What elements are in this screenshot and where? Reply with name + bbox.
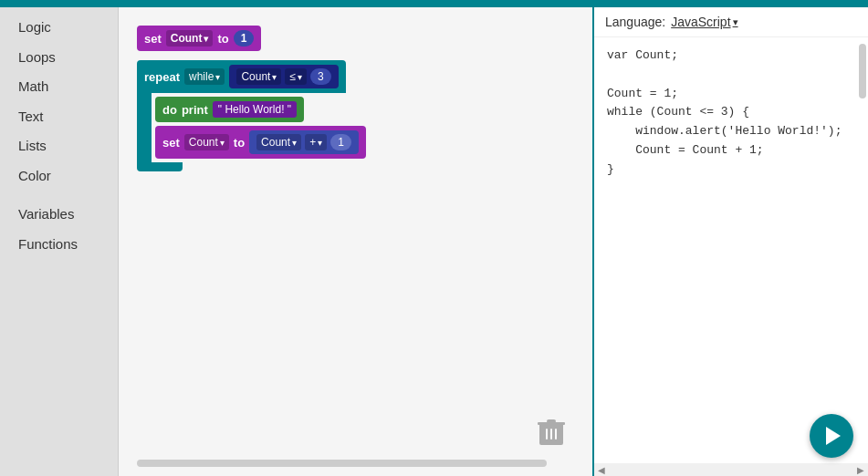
condition-block: Count ≤ 3	[229, 65, 338, 88]
sidebar: Logic Loops Math Text Lists Color Variab…	[0, 7, 119, 476]
sidebar-item-math[interactable]: Math	[0, 72, 118, 102]
scroll-left-arrow[interactable]: ◀	[598, 465, 605, 475]
canvas-scrollbar[interactable]	[137, 460, 547, 467]
to-label: to	[217, 32, 228, 46]
count-dropdown[interactable]: Count	[166, 30, 214, 47]
code-line-1: var Count;	[607, 47, 855, 66]
code-body: var Count; Count = 1; while (Count <= 3)…	[594, 37, 868, 463]
plus-dropdown[interactable]: +	[305, 134, 327, 150]
language-label: Language:	[605, 15, 665, 29]
code-line-6: Count = Count + 1;	[607, 141, 855, 160]
blocks-container: set Count to 1 repeat while Count ≤ 3	[137, 26, 366, 171]
sidebar-item-text[interactable]: Text	[0, 102, 118, 132]
print-label: print	[182, 103, 208, 117]
count-inner-dropdown[interactable]: Count	[184, 134, 229, 150]
sidebar-divider	[0, 191, 118, 200]
set-count-block[interactable]: set Count to 1	[137, 26, 261, 51]
math-block: Count + 1	[249, 130, 359, 154]
trash-icon[interactable]	[538, 416, 565, 449]
sidebar-item-lists[interactable]: Lists	[0, 131, 118, 161]
repeat-label: repeat	[144, 70, 180, 84]
sidebar-item-color[interactable]: Color	[0, 161, 118, 191]
code-scrollbar[interactable]	[859, 44, 866, 98]
print-block[interactable]: do print " Hello World! "	[155, 97, 304, 122]
repeat-while-wrap: repeat while Count ≤ 3	[137, 60, 366, 171]
three-value: 3	[310, 68, 331, 85]
scroll-right-arrow[interactable]: ▶	[857, 465, 864, 475]
sidebar-item-loops[interactable]: Loops	[0, 43, 118, 73]
code-line-4: while (Count <= 3) {	[607, 103, 855, 122]
to-inner-label: to	[234, 136, 245, 150]
count-value-1: 1	[234, 30, 255, 47]
set-inner-label: set	[162, 136, 180, 150]
set-count-block-row: set Count to 1	[137, 26, 366, 51]
code-bottom-bar: ◀ ▶	[594, 463, 868, 476]
while-dropdown[interactable]: while	[184, 68, 225, 85]
code-line-7: }	[607, 160, 855, 180]
code-line-3: Count = 1;	[607, 85, 855, 104]
count-math-dropdown[interactable]: Count	[256, 134, 301, 150]
sidebar-item-functions[interactable]: Functions	[0, 230, 118, 260]
sidebar-item-logic[interactable]: Logic	[0, 13, 118, 43]
language-select[interactable]: JavaScript	[671, 15, 737, 29]
set-count-inner-block[interactable]: set Count to Count + 1	[155, 126, 366, 159]
code-line-2	[607, 66, 855, 85]
do-inner-content: do print " Hello World! " set Count to	[152, 93, 366, 162]
svg-rect-2	[538, 422, 565, 425]
do-outer: do print " Hello World! " set Count to	[137, 93, 366, 162]
sidebar-item-variables[interactable]: Variables	[0, 200, 118, 230]
svg-rect-3	[546, 429, 548, 440]
plus-value: 1	[330, 134, 351, 150]
code-header: Language: JavaScript	[594, 7, 868, 37]
play-button[interactable]	[810, 414, 853, 458]
repeat-left-rail	[137, 93, 152, 162]
svg-rect-4	[550, 429, 552, 440]
set-label: set	[144, 32, 162, 46]
top-bar	[0, 0, 868, 7]
canvas-area[interactable]: set Count to 1 repeat while Count ≤ 3	[119, 7, 594, 476]
hello-world-string: " Hello World! "	[213, 101, 297, 118]
count-cond-dropdown[interactable]: Count	[236, 68, 281, 85]
main-container: Logic Loops Math Text Lists Color Variab…	[0, 7, 868, 476]
repeat-bottom-cap	[137, 162, 183, 171]
code-line-5: window.alert('Hello World!');	[607, 122, 855, 141]
lte-dropdown[interactable]: ≤	[285, 68, 307, 85]
do-label: do	[162, 103, 177, 117]
play-icon	[826, 427, 841, 445]
svg-rect-5	[555, 429, 557, 440]
code-panel: Language: JavaScript var Count; Count = …	[594, 7, 868, 476]
